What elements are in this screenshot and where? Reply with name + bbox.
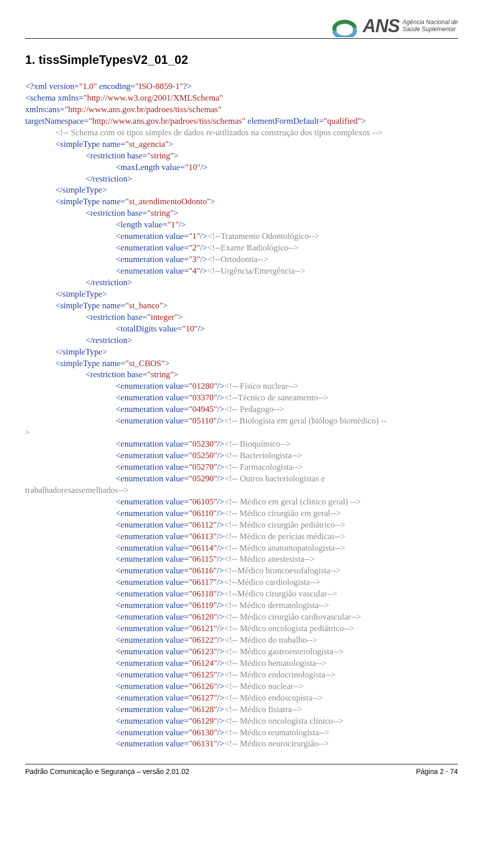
enumeration-line: <enumeration value="06119"/><!-- Médico … [25,600,458,612]
xml-code-block: <?xml version="1.0" encoding="ISO-8859-1… [25,81,458,750]
enumeration-line: <enumeration value="4"/><!--Urgência/Eme… [25,266,458,277]
enumeration-line: <enumeration value="01280"/><!-- Físico … [25,381,458,392]
enumeration-line: <enumeration value="06131"/><!-- Médico … [25,738,458,750]
enumeration-line: <enumeration value="06113"/><!-- Médico … [25,531,458,543]
footer-left: Padrão Comunicação e Segurança – versão … [25,767,189,775]
enumeration-line: <enumeration value="06115"/><!-- Médico … [25,554,458,565]
section-title: 1. tissSimpleTypesV2_01_02 [25,53,458,67]
enumeration-line: <enumeration value="06130"/><!-- Médico … [25,727,458,739]
enumeration-line: <enumeration value="06110"/><!-- Médico … [25,508,458,519]
enumeration-line: <enumeration value="3"/><!--Ortodontia--… [25,254,458,266]
enumeration-line: <enumeration value="05110"/><!-- Biologi… [25,415,458,427]
enumeration-line: <enumeration value="03370"/><!--Técnico … [25,392,458,404]
enumeration-line: <enumeration value="06126"/><!-- Médico … [25,681,458,692]
enumeration-line: <enumeration value="2"/><!--Exame Radiol… [25,242,458,254]
enumeration-line: <enumeration value="1"/><!--Tratamento O… [25,231,458,242]
enumeration-line: <enumeration value="06112"/><!-- Médico … [25,519,458,531]
page-header: ANS Agência Nacional de Saúde Suplementa… [25,15,458,39]
enumeration-line: <enumeration value="06121"/><!-- Médico … [25,623,458,635]
enumeration-line: <enumeration value="06127"/><!-- Médico … [25,692,458,704]
page-footer: Padrão Comunicação e Segurança – versão … [25,764,458,775]
enumeration-line: <enumeration value="06114"/><!-- Médico … [25,543,458,554]
enumeration-line: <enumeration value="06125"/><!-- Médico … [25,669,458,681]
footer-right: Página 2 - 74 [416,767,458,775]
enumeration-line: <enumeration value="05270"/><!-- Farmaco… [25,462,458,473]
enumeration-line: <enumeration value="05230"/><!-- Bioquím… [25,439,458,450]
enumeration-line: <enumeration value="06129"/><!-- Médico … [25,716,458,727]
ans-logo-block: ANS Agência Nacional de Saúde Suplementa… [330,15,458,37]
ans-subtitle: Agência Nacional de Saúde Suplementar [403,19,458,33]
enumeration-line: <enumeration value="06105"/><!-- Médico … [25,496,458,508]
enumeration-line: <enumeration value="06120"/><!-- Médico … [25,612,458,623]
enumeration-line: <enumeration value="06116"/><!--Médico b… [25,565,458,577]
enumeration-line: <enumeration value="06124"/><!-- Médico … [25,658,458,669]
enumeration-line: <enumeration value="04945"/><!-- Pedagog… [25,404,458,415]
enumeration-line: <enumeration value="06118"/><!--Médico c… [25,588,458,600]
ans-logo-icon [330,15,360,37]
enumeration-line: <enumeration value="05290"/><!-- Outros … [25,473,458,485]
enumeration-line: <enumeration value="05250"/><!-- Bacteri… [25,450,458,462]
enumeration-line: <enumeration value="06117"/><!--Médico c… [25,577,458,588]
enumeration-line: <enumeration value="06128"/><!-- Médico … [25,704,458,716]
ans-acronym: ANS [363,16,399,37]
enumeration-line: <enumeration value="06122"/><!-- Médico … [25,635,458,646]
enumeration-line: <enumeration value="06123"/><!-- Médico … [25,646,458,658]
